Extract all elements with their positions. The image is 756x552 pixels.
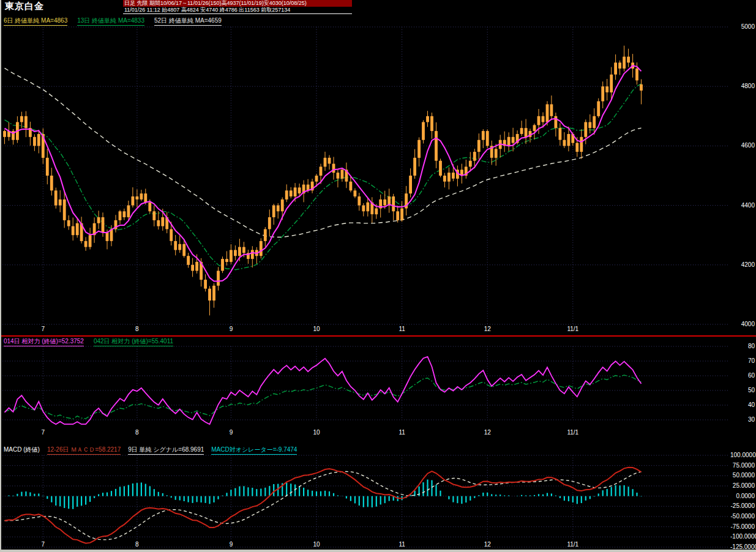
month-label: 11/1 [563, 326, 583, 333]
month-label: 12 [477, 541, 498, 548]
price-axis-label: 4600 [730, 142, 755, 149]
month-label: 7 [32, 541, 53, 548]
price-axis-label: 4000 [730, 321, 755, 328]
macd-legend-title: MACD (終値) [4, 446, 40, 455]
month-label: 9 [220, 541, 241, 548]
macd-axis-label: -100.0000 [730, 533, 755, 540]
price-axis-label: 4200 [730, 261, 755, 269]
month-label: 11/1 [563, 541, 583, 548]
month-label: 7 [32, 326, 53, 333]
macd-axis-label: -50.0000 [730, 513, 755, 520]
month-label: 8 [127, 326, 148, 333]
macd-axis-label: 25.0000 [730, 482, 755, 490]
signal-line-legend-item[interactable]: 9日 単純 シグナル=68.9691 [128, 446, 204, 455]
month-label: 11 [392, 541, 413, 548]
macd-line-legend-item[interactable]: 12-26日 ＭＡＣＤ=58.2217 [47, 446, 121, 455]
price-axis-label: 4400 [730, 202, 755, 209]
price-axis-label: 5000 [730, 23, 755, 31]
month-label: 8 [127, 429, 148, 436]
month-label: 11 [392, 326, 413, 333]
rsi-axis-label: 30 [730, 416, 755, 423]
rsi-axis-label: 50 [730, 387, 755, 394]
month-label: 8 [127, 541, 148, 548]
rsi-axis-label: 60 [730, 372, 755, 379]
rsi-axis-label: 70 [730, 357, 755, 365]
month-label: 12 [477, 429, 498, 436]
rsi-axis-label: 80 [730, 343, 755, 350]
header-ohlc-summary: 11/01/26 11:12 始4807 高4824 安4740 終4786 出… [123, 7, 352, 13]
month-label: 7 [32, 429, 53, 436]
ma52-legend-item[interactable]: 52日 終値単純 MA=4659 [154, 17, 222, 26]
macd-legend: MACD (終値) 12-26日 ＭＡＣＤ=58.2217 9日 単純 シグナル… [4, 446, 297, 455]
ma-legend: 6日 終値単純 MA=4863 13日 終値単純 MA=4833 52日 終値単… [4, 17, 222, 26]
month-label: 10 [306, 541, 327, 548]
price-rsi-macd-plot [0, 0, 730, 550]
macd-axis-label: 75.0000 [730, 462, 755, 469]
panel-separator-line [0, 335, 756, 337]
ma13-legend-item[interactable]: 13日 終値単純 MA=4833 [77, 17, 144, 26]
instrument-title: 東京白金 [5, 1, 44, 12]
month-label: 10 [306, 429, 327, 436]
macd-axis-label: 100.0000 [730, 452, 755, 459]
rsi-legend: 014日 相対力 (終値)=52.3752 042日 相対力 (終値)=55.4… [4, 337, 173, 346]
rsi14-legend-item[interactable]: 014日 相対力 (終値)=52.3752 [4, 337, 84, 346]
window-border-left [0, 0, 1, 552]
macd-axis-label: -75.0000 [730, 523, 755, 531]
header-info-box: 日足 先限 期間10/06/17～11/01/26(150)高4937(11/0… [123, 0, 352, 14]
month-label: 11 [392, 429, 413, 436]
chart-plot-area[interactable] [0, 0, 730, 550]
window-border-bottom[interactable] [0, 550, 756, 552]
header-period-summary: 日足 先限 期間10/06/17～11/01/26(150)高4937(11/0… [123, 0, 352, 7]
month-label: 9 [220, 326, 241, 333]
rsi42-legend-item[interactable]: 042日 相対力 (終値)=55.4011 [94, 337, 173, 346]
ma6-legend-item[interactable]: 6日 終値単純 MA=4863 [4, 17, 67, 26]
month-label: 9 [220, 429, 241, 436]
month-label: 11/1 [563, 429, 583, 436]
price-axis-label: 4800 [730, 83, 755, 90]
rsi-axis-label: 40 [730, 401, 755, 409]
chart-window: 東京白金 日足 先限 期間10/06/17～11/01/26(150)高4937… [0, 0, 756, 552]
macd-axis-label: -25.0000 [730, 502, 755, 510]
macd-axis-label: 0.0000 [730, 493, 755, 500]
oscillator-legend-item[interactable]: MACD対オシレーター=-9.7474 [211, 446, 297, 455]
month-label: 10 [306, 326, 327, 333]
macd-axis-label: 50.0000 [730, 472, 755, 479]
month-label: 12 [477, 326, 498, 333]
